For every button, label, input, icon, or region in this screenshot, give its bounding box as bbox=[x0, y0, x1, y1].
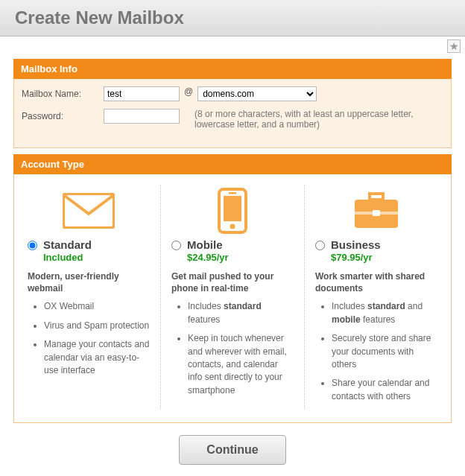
plan-business-radio[interactable] bbox=[315, 241, 325, 250]
continue-button[interactable]: Continue bbox=[179, 435, 285, 465]
account-type-header: Account Type bbox=[13, 154, 452, 174]
plan-business: Business $79.95/yr Work smarter with sha… bbox=[305, 185, 448, 409]
envelope-icon bbox=[28, 185, 150, 237]
plan-standard-name: Standard bbox=[43, 238, 92, 251]
briefcase-icon bbox=[315, 185, 437, 237]
page-title: Create New Mailbox bbox=[15, 7, 450, 28]
list-item: Keep in touch whenever and wherever with… bbox=[188, 332, 294, 397]
plan-mobile-name: Mobile bbox=[187, 238, 229, 251]
button-row: Continue bbox=[0, 429, 465, 476]
mailbox-name-label: Mailbox Name: bbox=[22, 86, 104, 99]
plan-business-name: Business bbox=[331, 238, 381, 251]
mailbox-name-input[interactable] bbox=[104, 86, 180, 101]
list-item: Includes standard features bbox=[188, 300, 294, 326]
plan-mobile-row: Mobile $24.95/yr bbox=[171, 238, 294, 263]
star-row: ★ bbox=[0, 37, 465, 53]
favorite-star-button[interactable]: ★ bbox=[447, 39, 461, 53]
mailbox-info-header: Mailbox Info bbox=[13, 59, 452, 79]
at-symbol: @ bbox=[180, 86, 197, 97]
domain-select[interactable]: domens.com bbox=[197, 86, 317, 101]
plan-mobile-price: $24.95/yr bbox=[187, 252, 229, 263]
password-hint: (8 or more characters, with at least an … bbox=[180, 109, 443, 130]
plan-standard-row: Standard Included bbox=[28, 238, 150, 263]
svg-point-3 bbox=[230, 224, 235, 229]
list-item: Includes standard and mobile features bbox=[332, 300, 437, 326]
svg-rect-7 bbox=[373, 210, 380, 216]
plan-mobile-radio[interactable] bbox=[171, 241, 181, 250]
plan-business-tagline: Work smarter with shared documents bbox=[315, 270, 437, 294]
plan-standard-tagline: Modern, user-friendly webmail bbox=[28, 270, 150, 294]
plan-business-row: Business $79.95/yr bbox=[315, 238, 437, 263]
list-item: Share your calendar and contacts with ot… bbox=[332, 377, 437, 403]
plan-mobile-features: Includes standard features Keep in touch… bbox=[171, 300, 294, 397]
phone-icon bbox=[171, 185, 294, 237]
plan-business-price: $79.95/yr bbox=[331, 252, 381, 263]
svg-rect-2 bbox=[224, 196, 241, 221]
list-item: Virus and Spam protection bbox=[44, 320, 150, 332]
plan-standard: Standard Included Modern, user-friendly … bbox=[17, 185, 161, 409]
password-row: Password: (8 or more characters, with at… bbox=[22, 109, 443, 130]
plan-mobile-tagline: Get mail pushed to your phone in real-ti… bbox=[171, 270, 294, 294]
list-item: Securely store and share your documents … bbox=[332, 332, 437, 371]
password-label: Password: bbox=[22, 109, 104, 121]
account-type-panel: Account Type Standard Included Modern, u… bbox=[13, 154, 452, 423]
plan-mobile: Mobile $24.95/yr Get mail pushed to your… bbox=[161, 185, 305, 409]
list-item: OX Webmail bbox=[44, 300, 150, 313]
svg-rect-4 bbox=[229, 192, 236, 194]
mailbox-info-body: Mailbox Name: @ domens.com Password: (8 … bbox=[13, 79, 452, 148]
plan-standard-radio[interactable] bbox=[28, 241, 37, 250]
mailbox-info-panel: Mailbox Info Mailbox Name: @ domens.com … bbox=[13, 59, 452, 148]
plan-business-features: Includes standard and mobile features Se… bbox=[315, 300, 437, 403]
account-type-body: Standard Included Modern, user-friendly … bbox=[13, 174, 452, 423]
plan-standard-price: Included bbox=[43, 252, 92, 263]
title-bar: Create New Mailbox bbox=[0, 0, 465, 37]
list-item: Manage your contacts and calendar via an… bbox=[44, 338, 150, 377]
mailbox-name-row: Mailbox Name: @ domens.com bbox=[22, 86, 443, 101]
plan-standard-features: OX Webmail Virus and Spam protection Man… bbox=[28, 300, 150, 377]
password-input[interactable] bbox=[104, 109, 180, 124]
